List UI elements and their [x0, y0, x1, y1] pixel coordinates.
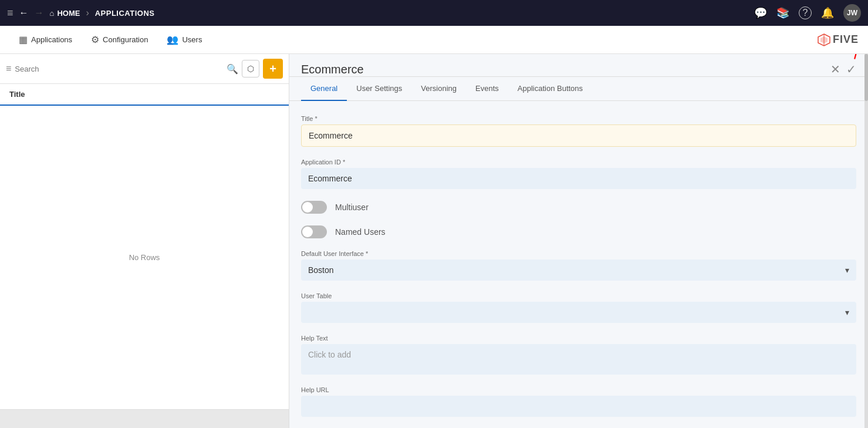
- help-text-placeholder: Click to add: [308, 350, 351, 359]
- help-text-input[interactable]: Click to add: [301, 344, 856, 375]
- five-logo-icon: [818, 33, 830, 46]
- search-bar: ≡ 🔍 ⬡ +: [0, 54, 289, 84]
- tabs: General User Settings Versioning Events …: [289, 77, 868, 101]
- default-ui-select[interactable]: Boston: [301, 260, 856, 281]
- app-id-field-group: Application ID *: [301, 159, 856, 189]
- save-button[interactable]: ✓: [846, 62, 856, 76]
- user-table-label: User Table: [301, 292, 856, 299]
- add-button[interactable]: +: [263, 59, 283, 79]
- main-layout: ≡ 🔍 ⬡ + Title No Rows Ecommerce ✕ ✓ ↗: [0, 54, 868, 428]
- back-button[interactable]: ←: [19, 8, 29, 18]
- title-label: Title *: [301, 115, 856, 122]
- default-ui-select-wrapper: Boston: [301, 260, 856, 281]
- left-panel-footer: [0, 409, 289, 428]
- search-icon[interactable]: 🔍: [227, 63, 238, 75]
- nav-item-users[interactable]: 👥 Users: [157, 26, 211, 54]
- tab-application-buttons[interactable]: Application Buttons: [508, 77, 592, 101]
- help-icon[interactable]: ?: [799, 6, 812, 19]
- home-nav[interactable]: ⌂ HOME: [50, 9, 80, 18]
- help-text-field-group: Help Text Click to add: [301, 335, 856, 375]
- help-url-label: Help URL: [301, 386, 856, 393]
- named-users-row: Named Users: [301, 225, 856, 238]
- user-table-select-wrapper: [301, 302, 856, 323]
- named-users-toggle[interactable]: [301, 225, 327, 238]
- top-nav-right: 💬 📚 ? 🔔 JW: [754, 4, 861, 22]
- five-logo: FIVE: [818, 33, 859, 46]
- breadcrumb-separator: ›: [86, 8, 89, 18]
- secondary-nav: ▦ Applications ⚙ Configuration 👥 Users F…: [0, 26, 868, 54]
- filter-icon: ≡: [6, 63, 11, 74]
- tab-versioning[interactable]: Versioning: [411, 77, 466, 101]
- books-icon[interactable]: 📚: [776, 6, 789, 19]
- form-header: Ecommerce ✕ ✓ ↗: [289, 54, 868, 77]
- title-input[interactable]: [301, 124, 856, 147]
- left-panel: ≡ 🔍 ⬡ + Title No Rows: [0, 54, 289, 428]
- app-id-input[interactable]: [301, 168, 856, 189]
- nav-item-configuration[interactable]: ⚙ Configuration: [82, 26, 157, 54]
- tab-user-settings[interactable]: User Settings: [347, 77, 411, 101]
- user-table-field-group: User Table: [301, 292, 856, 323]
- list-header: Title: [0, 84, 289, 106]
- default-ui-field-group: Default User Interface * Boston: [301, 250, 856, 281]
- multiuser-toggle[interactable]: [301, 201, 327, 214]
- form-content: Title * Application ID * Multiuser Named…: [289, 101, 868, 428]
- applications-icon: ▦: [19, 34, 28, 45]
- users-label: Users: [182, 35, 202, 44]
- home-icon: ⌂: [50, 9, 55, 18]
- help-text-label: Help Text: [301, 335, 856, 342]
- app-id-label: Application ID *: [301, 159, 856, 166]
- users-icon: 👥: [167, 34, 178, 45]
- user-table-select[interactable]: [301, 302, 856, 323]
- breadcrumb-current: APPLICATIONS: [95, 9, 155, 18]
- title-field-group: Title *: [301, 115, 856, 147]
- nav-item-applications[interactable]: ▦ Applications: [9, 26, 82, 54]
- search-input[interactable]: [15, 65, 223, 73]
- export-button[interactable]: ⬡: [242, 60, 259, 77]
- close-button[interactable]: ✕: [830, 62, 840, 76]
- chat-icon[interactable]: 💬: [754, 6, 767, 19]
- configuration-label: Configuration: [103, 35, 148, 44]
- applications-label: Applications: [31, 35, 72, 44]
- default-ui-label: Default User Interface *: [301, 250, 856, 257]
- five-logo-text: FIVE: [833, 33, 859, 46]
- multiuser-label: Multiuser: [335, 203, 369, 212]
- bell-icon[interactable]: 🔔: [821, 6, 834, 19]
- no-rows-message: No Rows: [0, 106, 289, 409]
- help-url-field-group: Help URL: [301, 386, 856, 417]
- help-url-input[interactable]: [301, 396, 856, 417]
- tab-general[interactable]: General: [301, 77, 347, 101]
- scrollbar-thumb[interactable]: [864, 54, 868, 101]
- avatar[interactable]: JW: [843, 4, 861, 22]
- multiuser-row: Multiuser: [301, 201, 856, 214]
- named-users-label: Named Users: [335, 227, 386, 237]
- top-nav: ≡ ← → ⌂ HOME › APPLICATIONS 💬 📚 ? 🔔 JW: [0, 0, 868, 26]
- menu-icon[interactable]: ≡: [7, 7, 13, 19]
- forward-button[interactable]: →: [35, 8, 44, 18]
- configuration-icon: ⚙: [91, 34, 99, 45]
- home-label: HOME: [57, 9, 80, 18]
- right-panel: Ecommerce ✕ ✓ ↗ General User Settings Ve…: [289, 54, 868, 428]
- form-title: Ecommerce: [301, 63, 830, 76]
- form-header-actions: ✕ ✓ ↗: [830, 62, 856, 76]
- scrollbar[interactable]: [864, 54, 868, 428]
- tab-events[interactable]: Events: [466, 77, 508, 101]
